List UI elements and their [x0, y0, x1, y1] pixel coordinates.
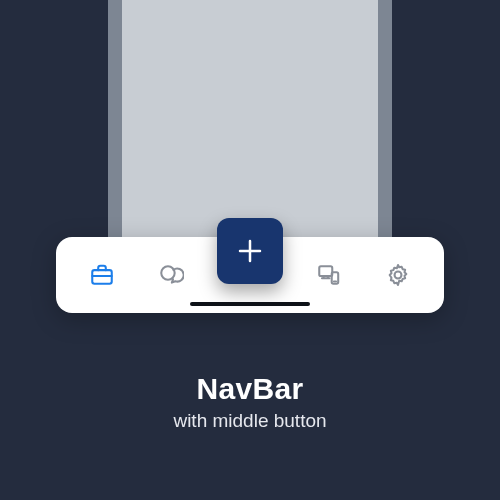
gear-icon	[385, 262, 411, 288]
nav-item-chat[interactable]	[149, 253, 193, 297]
bottom-navbar	[56, 237, 444, 313]
svg-point-1	[161, 266, 174, 279]
svg-point-4	[394, 272, 401, 279]
home-indicator	[190, 302, 310, 306]
briefcase-icon	[89, 262, 115, 288]
chat-icon	[158, 262, 184, 288]
svg-rect-2	[320, 266, 333, 276]
caption: NavBar with middle button	[0, 372, 500, 432]
caption-title: NavBar	[0, 372, 500, 406]
devices-icon	[316, 262, 342, 288]
nav-item-briefcase[interactable]	[80, 253, 124, 297]
center-add-button[interactable]	[217, 218, 283, 284]
plus-icon	[235, 236, 265, 266]
nav-item-devices[interactable]	[307, 253, 351, 297]
caption-subtitle: with middle button	[0, 410, 500, 432]
nav-item-settings[interactable]	[376, 253, 420, 297]
